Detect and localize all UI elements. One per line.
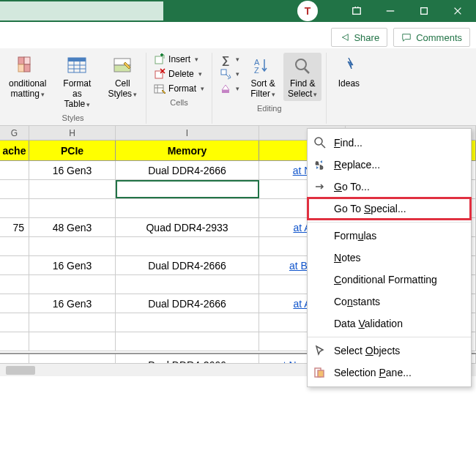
svg-rect-22 [318, 370, 324, 377]
title-bar: T [0, 0, 476, 22]
blank-icon [312, 272, 328, 288]
dv-label: Data Validation [334, 318, 403, 329]
menu-goto-special[interactable]: Go To Special... [308, 198, 471, 220]
format-button[interactable]: Format ▾ [151, 82, 207, 95]
format-as-table-button[interactable]: Format as Table▾ [53, 53, 100, 111]
sf-line2: Filter [250, 89, 270, 99]
cells-group-label: Cells [170, 95, 187, 108]
editing-group-label: Editing [257, 101, 282, 114]
so-label: Select Objects [334, 345, 400, 356]
menu-selection-pane[interactable]: Selection Pane... [308, 362, 471, 384]
fill-icon [220, 68, 231, 80]
search-icon [312, 135, 328, 151]
fat-line2: Table [64, 99, 86, 109]
close-button[interactable] [441, 0, 475, 22]
blank-icon [312, 294, 328, 310]
menu-notes[interactable]: Notes [308, 247, 471, 269]
share-bar: Share Comments [0, 22, 476, 48]
menu-formulas[interactable]: Formulas [308, 225, 471, 247]
svg-rect-8 [114, 59, 130, 65]
goto-icon [312, 179, 328, 195]
maximize-icon [419, 6, 429, 16]
menu-select-objects[interactable]: Select Objects [308, 340, 471, 362]
ribbon-display-options-button[interactable] [340, 0, 373, 22]
sort-filter-button[interactable]: AZ Sort & Filter▾ [245, 53, 280, 101]
svg-text:b: b [320, 165, 323, 170]
svg-rect-1 [421, 8, 428, 15]
constants-label: Constants [334, 296, 380, 307]
autosum-button[interactable]: ∑ ▾ [217, 53, 242, 66]
fat-line1: Format as [58, 79, 96, 100]
fs-line1: Find & [290, 79, 316, 89]
chevron-down-icon: ▾ [236, 85, 239, 92]
conditional-formatting-button[interactable]: onditional matting▾ [4, 53, 51, 101]
chevron-down-icon: ▾ [195, 56, 198, 63]
svg-rect-5 [24, 64, 30, 72]
sf-line1: Sort & [250, 79, 275, 89]
ribbon-options-icon [352, 6, 362, 16]
minimize-icon [385, 6, 395, 16]
svg-point-17 [296, 59, 306, 70]
scrollbar-thumb[interactable] [6, 366, 35, 375]
chevron-down-icon: ▾ [272, 91, 275, 98]
cell-styles-button[interactable]: Cell Styles▾ [103, 53, 141, 101]
fs-line2: Select [288, 89, 312, 99]
blank-icon [312, 201, 328, 217]
blank-icon [312, 228, 328, 244]
goto-special-label: Go To Special... [334, 203, 406, 214]
name-box[interactable] [0, 1, 163, 20]
clear-button[interactable]: ▾ [217, 82, 242, 95]
ribbon-group-styles: onditional matting▾ Format as Table▾ Cel… [0, 53, 146, 124]
col-header-h[interactable]: H [29, 126, 116, 140]
selection-pane-icon [312, 365, 328, 381]
ideas-button[interactable]: Ideas [331, 53, 366, 91]
find-label: Find... [334, 137, 362, 149]
hdr-memory[interactable]: Memory [116, 141, 259, 160]
sp-label: Selection Pane... [334, 367, 412, 378]
cf-line2: matting [11, 89, 40, 99]
conditional-formatting-icon [16, 54, 40, 78]
menu-constants[interactable]: Constants [308, 291, 471, 313]
share-button[interactable]: Share [331, 28, 387, 47]
find-select-button[interactable]: Find & Select▾ [283, 53, 321, 101]
blank-icon [312, 315, 328, 332]
fill-button[interactable]: ▾ [217, 67, 242, 81]
col-header-g[interactable]: G [0, 126, 29, 140]
menu-find[interactable]: Find... [308, 132, 471, 154]
svg-rect-0 [353, 8, 361, 15]
maximize-button[interactable] [407, 0, 441, 22]
svg-text:Z: Z [254, 66, 259, 75]
menu-separator [308, 222, 471, 223]
ideas-group-label [348, 91, 350, 104]
svg-rect-10 [155, 56, 163, 64]
find-select-menu: Find... ab Replace... Go To... Go To Spe… [307, 128, 472, 387]
svg-text:a: a [316, 160, 319, 165]
menu-data-validation[interactable]: Data Validation [308, 313, 471, 334]
ribbon-group-cells: Insert ▾ Delete ▾ Format ▾ Cells [146, 53, 212, 124]
insert-button[interactable]: Insert ▾ [151, 53, 201, 66]
hdr-cache[interactable]: ache [0, 141, 29, 160]
ideas-label: Ideas [338, 79, 360, 89]
hdr-pcie[interactable]: PCIe [29, 141, 116, 160]
comments-button[interactable]: Comments [393, 28, 470, 47]
user-avatar[interactable]: T [297, 1, 318, 21]
delete-button[interactable]: Delete ▾ [151, 67, 205, 81]
cursor-icon [312, 343, 328, 359]
chevron-down-icon: ▾ [201, 85, 204, 92]
menu-conditional-formatting[interactable]: Conditional Formatting [308, 269, 471, 291]
menu-replace[interactable]: ab Replace... [308, 154, 471, 176]
comments-icon [401, 32, 412, 42]
col-header-i[interactable]: I [116, 126, 259, 140]
insert-icon [154, 53, 166, 65]
menu-goto[interactable]: Go To... [308, 176, 471, 198]
chevron-down-icon: ▾ [198, 70, 202, 78]
minimize-button[interactable] [373, 0, 407, 22]
active-cell[interactable] [116, 180, 259, 198]
clear-icon [220, 83, 231, 94]
comments-label: Comments [416, 32, 462, 43]
styles-group-label: Styles [62, 111, 84, 124]
svg-rect-12 [155, 85, 163, 93]
cs-line2: Styles [108, 89, 132, 99]
svg-rect-14 [222, 90, 229, 93]
replace-label: Replace... [334, 159, 380, 171]
